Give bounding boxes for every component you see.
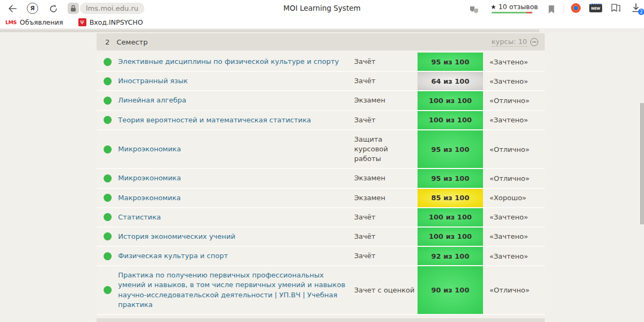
grade-text: «Отлично» (483, 145, 545, 153)
assessment-type: Защита курсовой работы (354, 130, 418, 169)
course-link[interactable]: Микроэкономика (118, 140, 354, 158)
address-bar[interactable]: lms.moi.edu.ru (80, 3, 144, 14)
status-dot-cell (97, 213, 118, 221)
yandex-services-icon[interactable]: Я (27, 3, 38, 14)
course-link[interactable]: Линейная алгебра (118, 91, 354, 109)
grade-text: «Зачтено» (483, 116, 545, 124)
assessment-type: Зачёт (354, 111, 418, 129)
reviews-rating[interactable]: ★ 10 отзывов (491, 3, 538, 11)
course-status-icon (104, 194, 112, 202)
course-row: Физическая культура и спорт Зачёт 92 из … (97, 247, 545, 266)
semester-label: Семестр (116, 38, 148, 46)
inpsycho-favicon: Ψ (78, 18, 86, 26)
grade-text: «Зачтено» (483, 232, 545, 240)
rows: Элективные дисциплины по физической куль… (97, 53, 545, 315)
course-row: Микроэкономика Защита курсовой работы 95… (97, 130, 545, 170)
extension-browser-icon[interactable] (571, 3, 581, 13)
bookmark-flag-icon[interactable] (545, 3, 557, 15)
grade-text: «Отлично» (483, 174, 545, 182)
toolbar-separator (564, 3, 564, 13)
grade-text: «Зачтено» (483, 58, 545, 66)
browser-toolbar: Я lms.moi.edu.ru MOI Learning System ★ 1… (0, 0, 644, 16)
score-badge: 100 из 100 (418, 91, 483, 109)
refresh-icon[interactable] (47, 3, 59, 14)
status-dot-cell (97, 252, 118, 260)
assessment-type: Зачёт (354, 228, 418, 246)
course-link[interactable]: Физическая культура и спорт (118, 247, 354, 265)
bookmark-label: Вход.INPSYCHO (90, 18, 143, 26)
assessment-type: Зачёт (354, 208, 418, 226)
grades-section: 2 Семестр курсы: 10 − Элективные дисципл… (97, 33, 545, 322)
course-row: Линейная алгебра Экзамен 100 из 100 «Отл… (97, 91, 545, 111)
score-badge: 95 из 100 (418, 169, 483, 187)
course-status-icon (104, 174, 112, 182)
grade-text: «Зачтено» (483, 77, 545, 85)
course-row: Статистика Зачёт 100 из 100 «Зачтено» (97, 208, 545, 228)
downloads-count-badge: 2 (638, 9, 644, 15)
course-row: Микроэкономика Экзамен 95 из 100 «Отличн… (97, 169, 545, 188)
course-link[interactable]: Микроэкономика (118, 169, 354, 187)
assessment-type: Экзамен (354, 169, 418, 187)
course-status-icon (104, 58, 112, 66)
course-row: Теория вероятностей и математическая ста… (97, 111, 545, 130)
score-badge: 95 из 100 (418, 53, 483, 71)
assessment-type: Экзамен (354, 189, 418, 207)
collections-icon[interactable] (611, 3, 621, 13)
score-badge: 90 из 100 (418, 266, 483, 314)
course-status-icon (104, 116, 112, 124)
ssl-lock-icon[interactable] (68, 3, 79, 14)
grade-text: «Хорошо» (483, 194, 545, 202)
assessment-type: Зачет с оценкой (354, 281, 418, 299)
rating-bar (492, 12, 532, 13)
course-link[interactable]: Практика по получению первичных професси… (118, 266, 354, 314)
status-dot-cell (97, 194, 118, 202)
score-badge: 95 из 100 (418, 130, 483, 169)
score-badge: 85 из 100 (418, 189, 483, 207)
course-row: Практика по получению первичных професси… (97, 266, 545, 315)
page-title: MOI Learning System (283, 4, 361, 12)
course-row: Элективные дисциплины по физической куль… (97, 53, 545, 72)
star-icon: ★ (491, 3, 496, 11)
status-dot-cell (97, 174, 118, 182)
course-link[interactable]: Статистика (118, 208, 354, 226)
vertical-scrollbar-thumb[interactable] (640, 103, 644, 224)
course-link[interactable]: Иностранный язык (118, 72, 354, 90)
score-badge: 100 из 100 (418, 228, 483, 246)
course-status-icon (104, 252, 112, 260)
courses-count-link[interactable]: курсы: 10 − (492, 38, 538, 47)
extension-new-icon[interactable]: NEW (589, 4, 602, 12)
assessment-type: Зачёт (354, 72, 418, 90)
semester-2-header: 2 Семестр курсы: 10 − (97, 33, 545, 50)
score-badge: 100 из 100 (418, 111, 483, 129)
course-status-icon (104, 286, 112, 294)
assessment-type: Экзамен (354, 91, 418, 109)
course-link[interactable]: Макроэкономика (118, 189, 354, 207)
semester-3-header: 3 Семестр курсы: 10 + (97, 318, 545, 322)
course-row: Макроэкономика Экзамен 85 из 100 «Хорошо… (97, 189, 545, 208)
collapse-icon[interactable]: − (530, 38, 538, 46)
reviews-count-label: 10 отзывов (499, 3, 538, 11)
score-badge: 92 из 100 (418, 247, 483, 265)
lms-favicon: LMS (5, 19, 17, 25)
course-status-icon (104, 145, 112, 153)
bookmark-label: Объявления (20, 18, 63, 26)
horizontal-scrollbar[interactable] (0, 30, 644, 32)
back-icon[interactable] (6, 3, 18, 14)
status-dot-cell (97, 97, 118, 105)
grade-text: «Зачтено» (483, 213, 545, 221)
status-dot-cell (97, 232, 118, 240)
status-dot-cell (97, 145, 118, 153)
bookmark-inpsycho[interactable]: Ψ Вход.INPSYCHO (78, 18, 143, 26)
course-link[interactable]: Элективные дисциплины по физической куль… (118, 53, 354, 71)
status-dot-cell (97, 77, 118, 85)
course-link[interactable]: История экономических учений (118, 228, 354, 246)
grade-text: «Зачтено» (483, 252, 545, 260)
status-dot-cell (97, 116, 118, 124)
bookmark-lms-announcements[interactable]: LMS Объявления (5, 18, 63, 26)
course-link[interactable]: Теория вероятностей и математическая ста… (118, 111, 354, 129)
horizontal-scrollbar-thumb[interactable] (0, 30, 539, 32)
bookmarks-bar: LMS Объявления Ψ Вход.INPSYCHO (0, 16, 644, 29)
semester-number: 2 (105, 38, 109, 46)
protect-icon[interactable] (468, 4, 480, 16)
course-row: Иностранный язык Зачёт 64 из 100 «Зачтен… (97, 72, 545, 91)
